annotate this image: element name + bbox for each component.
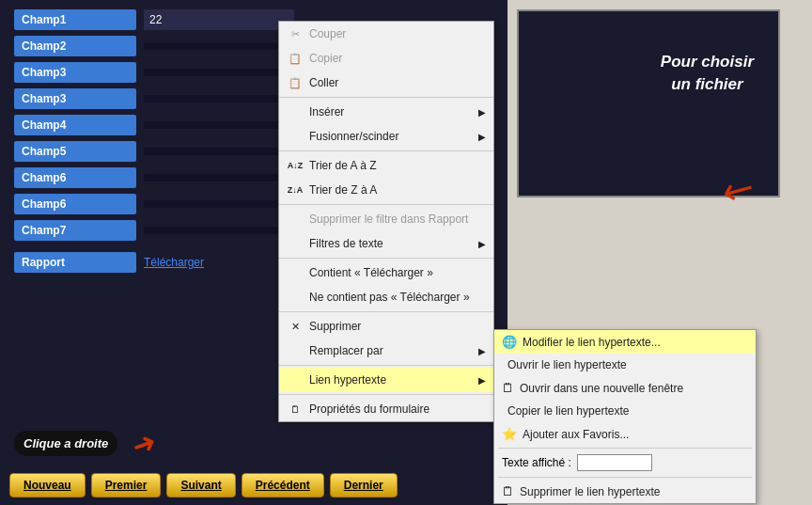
ouvrir-fenetre-icon: 🗒 <box>502 381 514 395</box>
proprietes-icon: 🗒 <box>287 401 304 418</box>
coller-icon: 📋 <box>287 74 304 91</box>
field-label-champ3a[interactable]: Champ3 <box>14 62 136 83</box>
field-label-champ6a[interactable]: Champ6 <box>14 167 136 188</box>
supprimer-lien-icon: 🗒 <box>502 484 514 498</box>
ne-contient-pas-icon <box>287 289 304 306</box>
sub-sep1 <box>498 448 752 449</box>
pour-choisir-label: Pour choisir un fichier <box>646 39 769 107</box>
ctx-supprimer[interactable]: ✕ Supprimer <box>279 314 493 339</box>
field-value-champ3a <box>144 69 294 76</box>
copier-icon: 📋 <box>287 50 304 67</box>
texte-affiche-label: Texte affiché : <box>502 456 571 469</box>
field-value-champ2 <box>144 42 294 50</box>
modifier-icon: 🌐 <box>502 335 517 349</box>
sub-copier-lien[interactable]: Copier le lien hypertexte <box>494 400 756 422</box>
remplacer-arrow: ▶ <box>478 346 486 356</box>
couper-icon: ✂ <box>287 25 304 42</box>
trier-az-icon: A↓Z <box>287 157 304 174</box>
trier-za-icon: Z↓A <box>287 181 304 198</box>
field-label-champ1[interactable]: Champ1 <box>14 9 136 30</box>
field-value-champ7 <box>144 227 294 234</box>
field-value-champ1[interactable]: 22 <box>144 9 294 30</box>
sub-sep2 <box>498 477 752 478</box>
field-label-champ2[interactable]: Champ2 <box>14 36 136 56</box>
field-value-champ6a <box>144 174 294 181</box>
filtres-arrow: ▶ <box>478 239 486 249</box>
ctx-filtres[interactable]: Filtres de texte ▶ <box>279 231 493 256</box>
rapport-label[interactable]: Rapport <box>14 252 136 273</box>
sub-ouvrir[interactable]: Ouvrir le lien hypertexte <box>494 354 756 376</box>
ctx-trier-za[interactable]: Z↓A Trier de Z à A <box>279 178 493 202</box>
ctx-inserer[interactable]: Insérer ▶ <box>279 100 493 124</box>
ctx-suppr-filtre[interactable]: Supprimer le filtre dans Rapport <box>279 207 493 231</box>
ctx-fusionner[interactable]: Fusionner/scinder ▶ <box>279 124 493 149</box>
ctx-contient[interactable]: Contient « Télécharger » <box>279 260 493 285</box>
sub-favoris[interactable]: ⭐ Ajouter aux Favoris... <box>494 422 756 446</box>
texte-affiche-row: Texte affiché : <box>494 450 756 475</box>
bottom-annotation: Clique a droite ➜ <box>0 421 508 466</box>
context-menu[interactable]: ✂ Couper 📋 Copier 📋 Coller Insérer ▶ Fus… <box>278 21 494 422</box>
field-label-champ4[interactable]: Champ4 <box>14 115 136 135</box>
sep6 <box>279 365 493 366</box>
favoris-icon: ⭐ <box>502 427 517 441</box>
field-label-champ7[interactable]: Champ7 <box>14 220 136 241</box>
ctx-ne-contient-pas[interactable]: Ne contient pas « Télécharger » <box>279 285 493 309</box>
telecharger-link[interactable]: Télécharger <box>144 256 204 269</box>
contient-icon <box>287 264 304 281</box>
sub-supprimer-lien[interactable]: 🗒 Supprimer le lien hypertexte <box>494 480 756 503</box>
texte-affiche-input[interactable] <box>577 454 652 471</box>
arrow-right-icon: ➜ <box>128 424 161 463</box>
sub-modifier[interactable]: 🌐 Modifier le lien hypertexte... <box>494 330 756 354</box>
field-value-champ4 <box>144 121 294 129</box>
dernier-button[interactable]: Dernier <box>330 473 398 497</box>
remplacer-icon <box>287 342 304 359</box>
filtres-icon <box>287 235 304 252</box>
suppr-filtre-icon <box>287 211 304 228</box>
premier-button[interactable]: Premier <box>91 473 162 497</box>
sep3 <box>279 204 493 205</box>
sep4 <box>279 258 493 259</box>
sep7 <box>279 394 493 395</box>
lien-arrow: ▶ <box>478 375 486 386</box>
submenu-hyperlink[interactable]: 🌐 Modifier le lien hypertexte... Ouvrir … <box>493 329 757 504</box>
field-value-champ5 <box>144 148 294 155</box>
ctx-proprietes[interactable]: 🗒 Propriétés du formulaire <box>279 397 493 421</box>
field-value-champ6b <box>144 200 294 208</box>
ctx-lien-hypertexte[interactable]: Lien hypertexte ▶ <box>279 368 493 392</box>
suivant-button[interactable]: Suivant <box>166 473 235 497</box>
nouveau-button[interactable]: Nouveau <box>9 473 86 497</box>
inserer-arrow: ▶ <box>478 107 486 118</box>
ctx-couper[interactable]: ✂ Couper <box>279 22 493 46</box>
field-label-champ6b[interactable]: Champ6 <box>14 194 136 214</box>
inserer-icon <box>287 103 304 120</box>
sub-ouvrir-fenetre[interactable]: 🗒 Ouvrir dans une nouvelle fenêtre <box>494 376 756 400</box>
sep2 <box>279 150 493 151</box>
field-label-champ5[interactable]: Champ5 <box>14 141 136 162</box>
field-label-champ3b[interactable]: Champ3 <box>14 88 136 109</box>
sep5 <box>279 311 493 312</box>
ctx-trier-az[interactable]: A↓Z Trier de A à Z <box>279 153 493 178</box>
lien-icon <box>287 371 304 388</box>
fusionner-arrow: ▶ <box>478 132 486 142</box>
nav-buttons: Nouveau Premier Suivant Précédent Dernie… <box>0 466 508 505</box>
precedent-button[interactable]: Précédent <box>242 473 324 497</box>
fusionner-icon <box>287 128 304 145</box>
supprimer-icon: ✕ <box>287 318 304 335</box>
ctx-remplacer[interactable]: Remplacer par ▶ <box>279 339 493 363</box>
field-value-champ3b <box>144 95 294 103</box>
clique-a-droite-label: Clique a droite <box>14 431 117 456</box>
sep1 <box>279 97 493 98</box>
ctx-coller[interactable]: 📋 Coller <box>279 71 493 95</box>
ctx-copier[interactable]: 📋 Copier <box>279 46 493 71</box>
